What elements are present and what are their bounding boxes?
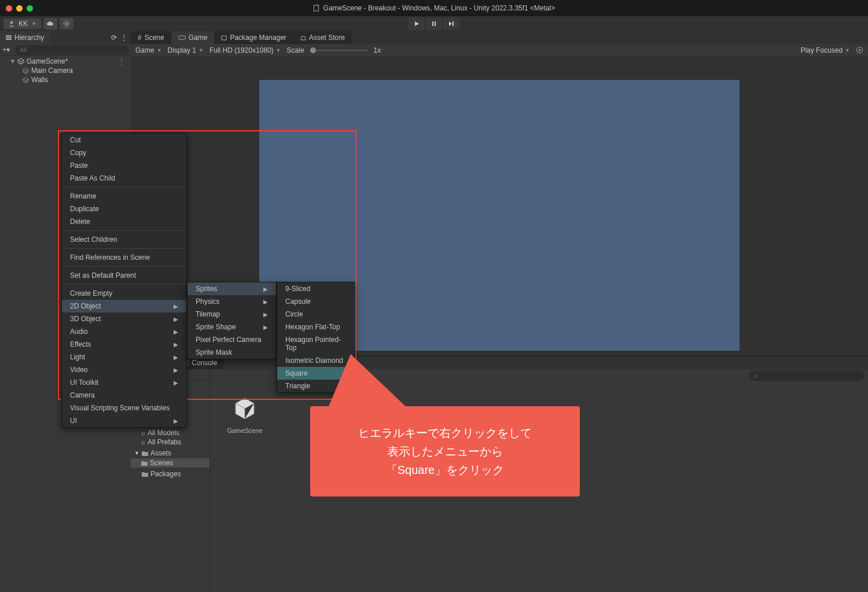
- ctx-hexagon-pointed[interactable]: Hexagon Pointed-Top: [277, 333, 354, 354]
- context-submenu-2d: Sprites▶ Physics▶ Tilemap▶ Sprite Shape▶…: [187, 282, 277, 359]
- ctx-2d-object[interactable]: 2D Object▶: [62, 300, 186, 312]
- svg-rect-16: [6, 39, 12, 40]
- hierarchy-tab[interactable]: Hierarchy: [0, 31, 50, 44]
- step-button[interactable]: [443, 17, 459, 30]
- ctx-camera[interactable]: Camera: [62, 389, 186, 402]
- packages-header[interactable]: Packages: [131, 469, 209, 479]
- asset-store-icon: [300, 35, 306, 41]
- chevron-right-icon: ▶: [174, 329, 178, 335]
- main-toolbar: KK ▼: [0, 16, 868, 31]
- ctx-9-sliced[interactable]: 9-Sliced: [277, 282, 354, 295]
- callout-line: 表示したメニューから: [387, 442, 503, 461]
- asset-grid-item[interactable]: GameScene: [222, 392, 268, 434]
- maximize-window-button[interactable]: [27, 5, 33, 12]
- pause-button[interactable]: [426, 17, 442, 30]
- expand-arrow-icon[interactable]: ▼: [9, 57, 15, 65]
- account-dropdown[interactable]: KK ▼: [3, 19, 41, 29]
- assets-folder-item[interactable]: Scenes: [131, 458, 209, 468]
- ctx-video[interactable]: Video▶: [62, 363, 186, 376]
- play-focused-dropdown[interactable]: Play Focused▼: [800, 46, 850, 54]
- chevron-right-icon: ▶: [263, 311, 268, 318]
- settings-button[interactable]: [60, 18, 73, 30]
- assets-header[interactable]: ▼Assets: [131, 448, 209, 458]
- scene-name: GameScene*: [27, 57, 68, 65]
- gameobject-icon: [22, 67, 29, 74]
- game-mode-dropdown[interactable]: Game▼: [135, 46, 162, 54]
- reload-icon[interactable]: ⟳: [111, 34, 117, 42]
- folder-icon: [142, 472, 148, 477]
- panel-menu-icon[interactable]: ⋮: [120, 34, 127, 42]
- scene-tab-icon: #: [138, 34, 142, 42]
- ctx-ui[interactable]: UI▶: [62, 414, 186, 427]
- ctx-create-empty[interactable]: Create Empty: [62, 287, 186, 300]
- ctx-hexagon-flat[interactable]: Hexagon Flat-Top: [277, 321, 354, 333]
- svg-rect-13: [453, 21, 454, 26]
- ctx-ui-toolkit[interactable]: UI Toolkit▶: [62, 376, 186, 389]
- hierarchy-item[interactable]: Walls: [0, 75, 131, 84]
- display-dropdown[interactable]: Display 1▼: [168, 46, 204, 54]
- ctx-effects[interactable]: Effects▶: [62, 338, 186, 351]
- ctx-rename: Rename: [62, 190, 186, 203]
- package-manager-tab[interactable]: Package Manager: [214, 31, 293, 44]
- scale-slider[interactable]: [310, 50, 368, 51]
- ctx-vssv[interactable]: Visual Scripting Scene Variables: [62, 402, 186, 414]
- console-tab-label: Console: [192, 359, 217, 367]
- hierarchy-icon: [6, 35, 12, 41]
- svg-rect-12: [435, 21, 436, 26]
- play-button[interactable]: [409, 17, 425, 30]
- ctx-tilemap[interactable]: Tilemap▶: [187, 308, 276, 321]
- favorite-item[interactable]: ⌕All Models: [131, 428, 209, 437]
- user-name: KK: [19, 20, 28, 28]
- scene-tab[interactable]: # Scene: [131, 31, 171, 44]
- package-tab-label: Package Manager: [230, 34, 286, 42]
- svg-rect-11: [432, 21, 433, 26]
- unity-scene-icon: [17, 58, 24, 65]
- ctx-circle[interactable]: Circle: [277, 308, 354, 321]
- chevron-right-icon: ▶: [263, 286, 268, 292]
- hierarchy-item-label: Main Camera: [31, 67, 73, 75]
- user-icon: [8, 20, 15, 27]
- callout-line: ヒエラルキーで右クリックをして: [358, 424, 532, 442]
- hierarchy-item[interactable]: Main Camera: [0, 66, 131, 75]
- ctx-pixel-perfect-camera[interactable]: Pixel Perfect Camera: [187, 333, 276, 346]
- svg-rect-15: [6, 37, 12, 38]
- ctx-sprites[interactable]: Sprites▶: [187, 282, 276, 295]
- favorite-item[interactable]: ⌕All Prefabs: [131, 437, 209, 447]
- resolution-dropdown[interactable]: Full HD (1920x1080)▼: [209, 46, 281, 54]
- folder-icon: [142, 451, 148, 456]
- scene-row[interactable]: ▼ GameScene* ⋮: [0, 57, 131, 66]
- chevron-down-icon: ▼: [31, 21, 36, 27]
- ctx-physics[interactable]: Physics▶: [187, 295, 276, 308]
- cloud-button[interactable]: [43, 18, 57, 30]
- ctx-audio[interactable]: Audio▶: [62, 325, 186, 338]
- search-icon: ⌕: [141, 438, 145, 446]
- game-tab[interactable]: Game: [171, 31, 215, 44]
- close-window-button[interactable]: [6, 5, 12, 12]
- ctx-paste: Paste: [62, 159, 186, 172]
- scene-tab-label: Scene: [145, 34, 164, 42]
- annotation-callout: ヒエラルキーで右クリックをして 表示したメニューから 「Square」をクリック: [310, 406, 580, 497]
- ctx-3d-object[interactable]: 3D Object▶: [62, 312, 186, 325]
- gizmo-icon[interactable]: [856, 46, 863, 54]
- window-title-text: GameScene - Breakout - Windows, Mac, Lin…: [323, 4, 556, 12]
- minimize-window-button[interactable]: [16, 5, 23, 12]
- chevron-right-icon: ▶: [263, 299, 268, 305]
- chevron-right-icon: ▶: [174, 316, 178, 322]
- callout-arrow-shape: [328, 354, 409, 409]
- play-controls: [409, 17, 459, 30]
- gameobject-icon: [22, 76, 29, 83]
- add-gameobject-button[interactable]: +▾: [2, 46, 13, 54]
- traffic-lights: [6, 5, 33, 12]
- ctx-light[interactable]: Light▶: [62, 351, 186, 363]
- hierarchy-search-input[interactable]: [15, 45, 128, 54]
- project-search-input[interactable]: [749, 370, 865, 381]
- scene-menu-icon[interactable]: ⋮: [118, 57, 128, 65]
- chevron-right-icon: ▶: [174, 380, 178, 386]
- asset-store-tab[interactable]: Asset Store: [293, 31, 352, 44]
- context-menu: Cut Copy Paste Paste As Child Rename Dup…: [61, 133, 187, 428]
- ctx-capsule[interactable]: Capsule: [277, 295, 354, 308]
- asset-store-tab-label: Asset Store: [309, 34, 345, 42]
- ctx-sprite-mask[interactable]: Sprite Mask: [187, 346, 276, 359]
- callout-line: 「Square」をクリック: [386, 461, 505, 479]
- ctx-sprite-shape[interactable]: Sprite Shape▶: [187, 321, 276, 333]
